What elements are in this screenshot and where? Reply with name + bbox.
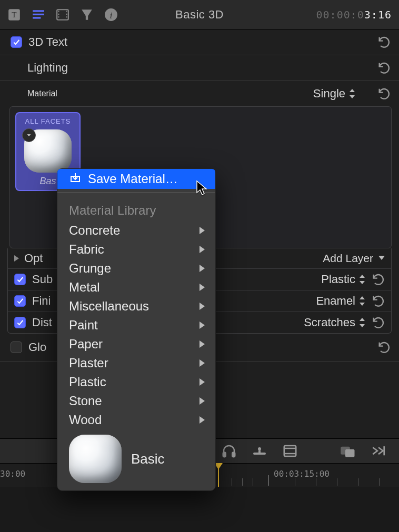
window-layout-icon[interactable] bbox=[340, 444, 356, 458]
reset-material-icon[interactable] bbox=[377, 86, 392, 101]
reset-3d-text-icon[interactable] bbox=[377, 35, 392, 49]
menu-item-category-paper[interactable]: Paper bbox=[57, 335, 215, 354]
section-lighting[interactable]: Lighting bbox=[0, 55, 399, 81]
checkbox-substance[interactable] bbox=[14, 274, 26, 285]
basic-material-swatch bbox=[69, 435, 122, 483]
menu-item-category-concrete[interactable]: Concrete bbox=[57, 221, 215, 240]
checkbox-distress[interactable] bbox=[14, 317, 26, 328]
chevron-down-icon bbox=[378, 256, 386, 261]
distress-value-dropdown[interactable]: Scratches bbox=[304, 316, 366, 329]
ruler-label-left: 30:00 bbox=[0, 469, 25, 479]
submenu-arrow-icon bbox=[200, 378, 205, 386]
substance-value-dropdown[interactable]: Plastic bbox=[321, 273, 366, 286]
text-inspector-tab-icon[interactable]: T bbox=[7, 8, 21, 22]
stepper-icon bbox=[358, 274, 366, 285]
svg-text:T: T bbox=[12, 10, 16, 19]
menu-item-category-stone[interactable]: Stone bbox=[57, 392, 215, 410]
svg-rect-26 bbox=[284, 446, 296, 456]
submenu-arrow-icon bbox=[200, 397, 205, 405]
checkbox-glow[interactable] bbox=[11, 342, 22, 353]
skimming-icon[interactable] bbox=[252, 444, 267, 458]
reset-finish-icon[interactable] bbox=[371, 294, 386, 308]
label-lighting: Lighting bbox=[27, 61, 68, 75]
facet-name-label: Bas bbox=[39, 176, 56, 187]
svg-rect-22 bbox=[232, 453, 235, 457]
svg-rect-10 bbox=[66, 13, 67, 14]
inspector-top-bar: T i Basic 3D 00:00:03:16 bbox=[0, 0, 399, 29]
mouse-cursor bbox=[196, 180, 208, 198]
stepper-icon bbox=[358, 317, 366, 328]
stepper-icon bbox=[358, 296, 366, 306]
svg-rect-24 bbox=[253, 453, 266, 455]
video-inspector-tab-icon[interactable] bbox=[56, 8, 69, 22]
svg-rect-3 bbox=[33, 13, 44, 15]
submenu-arrow-icon bbox=[200, 265, 205, 272]
reset-distress-icon[interactable] bbox=[371, 315, 386, 330]
generator-inspector-tab-icon[interactable] bbox=[80, 8, 94, 22]
menu-item-category-miscellaneous[interactable]: Miscellaneous bbox=[57, 297, 215, 316]
submenu-arrow-icon bbox=[200, 416, 205, 424]
svg-rect-9 bbox=[66, 11, 67, 12]
svg-rect-6 bbox=[58, 11, 59, 12]
material-preset-menu: Save Material… Material Library Concrete… bbox=[57, 168, 216, 491]
filmstrip-icon[interactable] bbox=[282, 444, 298, 458]
info-inspector-tab-icon[interactable]: i bbox=[104, 8, 118, 22]
svg-point-23 bbox=[258, 447, 261, 450]
label-3d-text: 3D Text bbox=[28, 35, 67, 49]
reset-glow-icon[interactable] bbox=[377, 340, 392, 355]
paragraph-inspector-tab-icon[interactable] bbox=[32, 8, 45, 22]
menu-item-category-paint[interactable]: Paint bbox=[57, 316, 215, 335]
save-icon bbox=[69, 171, 82, 187]
reset-lighting-icon[interactable] bbox=[377, 61, 392, 75]
checkbox-finish[interactable] bbox=[14, 295, 26, 307]
checkbox-3d-text[interactable] bbox=[11, 36, 22, 48]
svg-rect-7 bbox=[58, 13, 59, 14]
finish-value-dropdown[interactable]: Enamel bbox=[316, 294, 366, 308]
stepper-icon bbox=[348, 88, 356, 99]
svg-rect-2 bbox=[33, 10, 44, 12]
submenu-arrow-icon bbox=[200, 227, 205, 234]
svg-rect-4 bbox=[33, 17, 41, 18]
svg-text:i: i bbox=[110, 10, 113, 20]
disclosure-triangle-icon[interactable] bbox=[14, 255, 19, 262]
clip-duration: 00:00:03:16 bbox=[316, 8, 392, 21]
menu-header-material-library: Material Library bbox=[57, 196, 215, 221]
menu-item-category-metal[interactable]: Metal bbox=[57, 278, 215, 297]
submenu-arrow-icon bbox=[200, 359, 205, 367]
menu-item-category-plastic[interactable]: Plastic bbox=[57, 373, 215, 392]
material-preset-disclosure[interactable] bbox=[22, 128, 36, 142]
svg-rect-25 bbox=[258, 450, 261, 453]
menu-item-category-plaster[interactable]: Plaster bbox=[57, 354, 215, 373]
ruler-label-right: 00:03:15:00 bbox=[274, 469, 330, 479]
submenu-arrow-icon bbox=[200, 246, 205, 253]
submenu-arrow-icon bbox=[200, 303, 205, 310]
svg-rect-11 bbox=[66, 16, 67, 17]
svg-rect-21 bbox=[223, 453, 226, 457]
submenu-arrow-icon bbox=[200, 322, 205, 329]
headphones-icon[interactable] bbox=[221, 444, 237, 458]
label-material: Material bbox=[27, 89, 57, 98]
timeline-body[interactable] bbox=[0, 487, 399, 532]
svg-rect-8 bbox=[58, 16, 59, 17]
submenu-arrow-icon bbox=[200, 340, 205, 348]
playhead[interactable] bbox=[218, 464, 219, 487]
menu-item-save-material[interactable]: Save Material… bbox=[57, 169, 215, 189]
section-material-header: Material Single bbox=[0, 81, 399, 101]
material-mode-dropdown[interactable]: Single bbox=[313, 87, 356, 101]
menu-item-category-fabric[interactable]: Fabric bbox=[57, 240, 215, 259]
facet-header-label: ALL FACETS bbox=[25, 117, 71, 125]
menu-separator bbox=[57, 192, 215, 193]
section-3d-text: 3D Text bbox=[0, 29, 399, 55]
svg-rect-30 bbox=[345, 449, 355, 457]
menu-item-category-grunge[interactable]: Grunge bbox=[57, 259, 215, 278]
submenu-arrow-icon bbox=[200, 284, 205, 291]
add-layer-dropdown[interactable]: Add Layer bbox=[323, 252, 386, 265]
reset-substance-icon[interactable] bbox=[371, 272, 386, 287]
menu-item-basic-material[interactable]: Basic bbox=[57, 429, 215, 483]
menu-item-category-wood[interactable]: Wood bbox=[57, 410, 215, 429]
loop-off-icon[interactable] bbox=[371, 444, 386, 458]
